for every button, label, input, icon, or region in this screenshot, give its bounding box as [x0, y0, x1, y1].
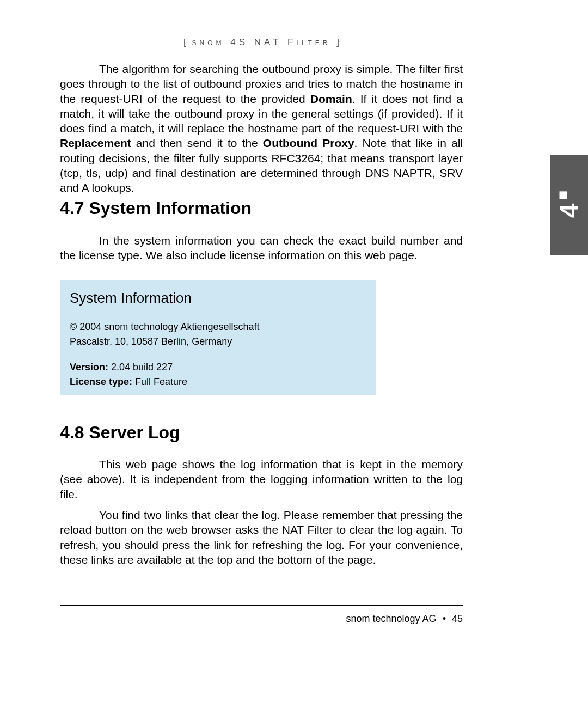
section-4-7-paragraph: In the system information you can check …	[60, 233, 463, 263]
system-information-copyright: © 2004 snom technology Aktiengesellschaf…	[70, 320, 366, 334]
version-label: Version:	[70, 362, 108, 373]
footer-publisher: snom technology AG	[346, 613, 437, 624]
chapter-dot-icon	[560, 192, 567, 199]
license-label: License type:	[70, 376, 132, 387]
page: [ snom 4S NAT Filter ] 4 The algorithm f…	[0, 0, 588, 702]
running-header: [ snom 4S NAT Filter ]	[60, 37, 463, 48]
bracket-close: ]	[336, 37, 339, 47]
chapter-number: 4	[554, 192, 584, 218]
system-information-title: System Information	[70, 290, 366, 307]
system-information-address: Pascalstr. 10, 10587 Berlin, Germany	[70, 334, 366, 349]
section-4-8-paragraph-a: This web page shows the log information …	[60, 457, 463, 502]
intro-paragraph: The algorithm for searching the outbound…	[60, 62, 463, 196]
footer: snom technology AG • 45	[346, 613, 463, 625]
heading-4-8: 4.8 Server Log	[60, 423, 463, 443]
footer-page-number: 45	[452, 613, 463, 624]
bracket-open: [	[183, 37, 186, 47]
footer-bullet-icon: •	[443, 613, 446, 624]
license-value: Full Feature	[135, 376, 187, 387]
version-value: 2.04 build 227	[111, 362, 173, 373]
system-information-license: License type: Full Feature	[70, 375, 366, 389]
running-header-text: snom 4S NAT Filter	[192, 37, 331, 47]
system-information-box: System Information © 2004 snom technolog…	[60, 280, 376, 395]
footer-rule	[60, 605, 463, 606]
chapter-tab: 4	[550, 155, 588, 255]
heading-4-7: 4.7 System Information	[60, 198, 463, 218]
system-information-version: Version: 2.04 build 227	[70, 360, 366, 375]
section-4-8-paragraph-b: You find two links that clear the log. P…	[60, 508, 463, 567]
